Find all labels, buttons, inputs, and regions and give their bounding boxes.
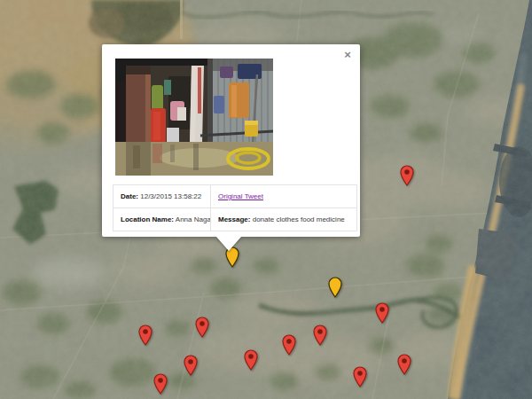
message-label: Message: bbox=[218, 215, 250, 223]
info-window-tail bbox=[216, 237, 241, 251]
location-label: Location Name: bbox=[121, 215, 174, 223]
map-marker-red[interactable] bbox=[282, 334, 296, 356]
map-marker-red[interactable] bbox=[184, 355, 198, 376]
map-marker-red[interactable] bbox=[397, 354, 411, 375]
tweet-details-table: Date: 12/3/2015 13:58:22 Original Tweet … bbox=[113, 184, 357, 231]
original-tweet-link[interactable]: Original Tweet bbox=[218, 192, 263, 200]
map-marker-red[interactable] bbox=[138, 325, 153, 346]
tweet-link-cell: Original Tweet bbox=[211, 185, 357, 208]
location-value: Anna Nagar bbox=[176, 215, 211, 223]
map-marker-red[interactable] bbox=[195, 317, 209, 338]
date-value: 12/3/2015 13:58:22 bbox=[140, 192, 201, 200]
location-cell: Location Name: Anna Nagar bbox=[113, 208, 211, 231]
map-marker-red[interactable] bbox=[153, 373, 168, 395]
map-marker-red[interactable] bbox=[353, 366, 367, 387]
date-cell: Date: 12/3/2015 13:58:22 bbox=[113, 185, 211, 208]
map-marker-yellow[interactable] bbox=[328, 277, 342, 298]
map-marker-red[interactable] bbox=[375, 302, 389, 324]
tweet-photo bbox=[115, 59, 273, 176]
info-window: × bbox=[102, 44, 360, 237]
close-icon[interactable]: × bbox=[341, 49, 354, 61]
map-marker-red[interactable] bbox=[244, 349, 258, 371]
message-cell: Message: donate clothes food medicine bbox=[211, 208, 357, 231]
map-marker-red[interactable] bbox=[400, 165, 414, 186]
message-value: donate clothes food medicine bbox=[253, 215, 345, 223]
map-app-window: × bbox=[0, 0, 532, 399]
map-marker-red[interactable] bbox=[313, 325, 327, 346]
date-label: Date: bbox=[121, 192, 138, 200]
